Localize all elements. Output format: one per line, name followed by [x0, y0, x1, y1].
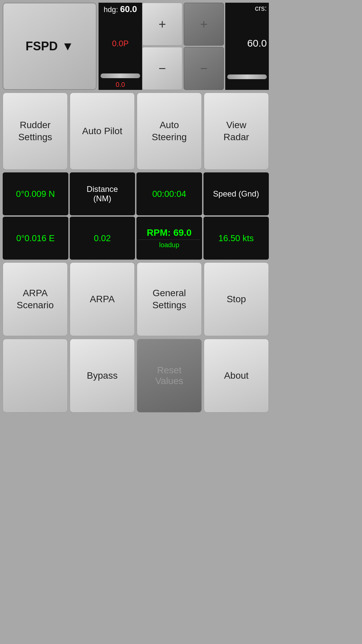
crs-block: crs: 60.0 [225, 3, 269, 90]
bypass-btn[interactable]: Bypass [70, 339, 135, 413]
crs-value: 60.0 [225, 13, 269, 73]
minus-button[interactable]: − [142, 47, 182, 90]
bottom-buttons-row: Bypass Reset Values About [3, 339, 269, 413]
hdg-block: hdg: 60.0 0.0P 0.0 [99, 3, 142, 90]
crs-slider-container [225, 73, 269, 80]
crs-minus-button[interactable]: − [184, 47, 224, 90]
hdg-title: hdg: 60.0 [99, 3, 142, 15]
data-grid: 0°0.009 N Distance (NM) 00:00:04 Speed (… [3, 172, 269, 260]
hdg-readout: 0.0P [99, 15, 142, 72]
position-east-cell: 0°0.016 E [3, 217, 68, 260]
crs-label: crs: [225, 3, 269, 13]
rudder-settings-btn[interactable]: Rudder Settings [3, 93, 68, 170]
rpm-cell: RPM: 69.0 loadup [136, 217, 202, 260]
fspd-label: FSPD [25, 39, 58, 53]
stop-btn[interactable]: Stop [204, 262, 269, 336]
crs-slider[interactable] [227, 74, 267, 79]
rpm-sub-label: loadup [159, 241, 179, 249]
action-buttons-row: ARPA Scenario ARPA General Settings Stop [3, 262, 269, 336]
reset-values-btn[interactable]: Reset Values [137, 339, 202, 413]
empty-btn [3, 339, 68, 413]
rpm-value: RPM: 69.0 [147, 227, 192, 238]
auto-steering-btn[interactable]: Auto Steering [137, 93, 202, 170]
general-settings-btn[interactable]: General Settings [137, 262, 202, 336]
crs-plus-block: + − [184, 3, 224, 90]
fspd-dropdown-icon[interactable]: ▼ [62, 39, 74, 53]
view-radar-btn[interactable]: View Radar [204, 93, 269, 170]
auto-pilot-btn[interactable]: Auto Pilot [70, 93, 135, 170]
fspd-cell[interactable]: FSPD ▼ [3, 3, 97, 90]
top-panel: FSPD ▼ hdg: 60.0 0.0P 0.0 + − + − crs: 6… [3, 3, 269, 90]
hdg-bottom-readout: 0.0 [99, 79, 142, 90]
distance-label-cell: Distance (NM) [70, 172, 135, 215]
timer-cell: 00:00:04 [136, 172, 202, 215]
plus-minus-block: + − [142, 3, 182, 90]
plus-button[interactable]: + [142, 3, 182, 46]
speed-label-cell: Speed (Gnd) [203, 172, 269, 215]
arpa-btn[interactable]: ARPA [70, 262, 135, 336]
distance-value-cell: 0.02 [70, 217, 135, 260]
nav-buttons-row: Rudder Settings Auto Pilot Auto Steering… [3, 93, 269, 170]
about-btn[interactable]: About [204, 339, 269, 413]
speed-value-cell: 16.50 kts [203, 217, 269, 260]
arpa-scenario-btn[interactable]: ARPA Scenario [3, 262, 68, 336]
hdg-slider[interactable] [101, 73, 140, 78]
hdg-slider-container [99, 72, 142, 79]
position-north-cell: 0°0.009 N [3, 172, 68, 215]
crs-plus-button[interactable]: + [184, 3, 224, 46]
